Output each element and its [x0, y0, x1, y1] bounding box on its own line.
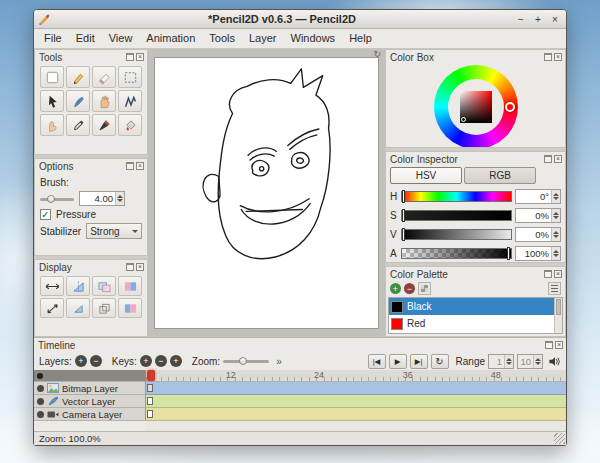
spinner-arrows[interactable]: [551, 209, 560, 222]
menu-animation[interactable]: Animation: [139, 29, 202, 48]
visibility-icon[interactable]: [37, 411, 44, 418]
close-panel-icon[interactable]: ×: [136, 53, 144, 61]
undock-icon[interactable]: [126, 263, 134, 271]
spinner-arrows[interactable]: [551, 247, 560, 260]
keyframe-cell[interactable]: [147, 410, 153, 418]
close-panel-icon[interactable]: ×: [554, 270, 562, 278]
palette-item-red[interactable]: Red: [389, 315, 562, 332]
close-panel-icon[interactable]: ×: [554, 53, 562, 61]
minimize-button[interactable]: −: [514, 13, 528, 26]
add-layer-button[interactable]: +: [75, 355, 87, 367]
menu-edit[interactable]: Edit: [69, 29, 102, 48]
titlebar[interactable]: *Pencil2D v0.6.3 — Pencil2D − + ×: [34, 10, 566, 29]
menu-file[interactable]: File: [37, 29, 69, 48]
duplicate-keyframe-button[interactable]: +: [170, 355, 182, 367]
polyline-tool-button[interactable]: [118, 90, 142, 112]
menu-windows[interactable]: Windows: [284, 29, 343, 48]
resize-grip[interactable]: [554, 433, 565, 444]
layer-row-vector[interactable]: Vector Layer: [34, 395, 146, 408]
brush-size-spinbox[interactable]: 4.00: [79, 191, 125, 206]
bitmap-track[interactable]: [146, 382, 566, 395]
move-tool-button[interactable]: [40, 90, 64, 112]
remove-keyframe-button[interactable]: −: [155, 355, 167, 367]
layer-row-bitmap[interactable]: Bitmap Layer: [34, 382, 146, 395]
close-button[interactable]: ×: [548, 13, 562, 26]
hue-marker[interactable]: [505, 102, 515, 112]
flip-button[interactable]: [66, 298, 90, 318]
pencil-tool-button[interactable]: [66, 66, 90, 88]
overflow-chevron-icon[interactable]: »: [276, 356, 282, 367]
pressure-checkbox[interactable]: ✓: [40, 209, 51, 220]
timeline-ruler[interactable]: 12 24 36 48: [146, 370, 566, 382]
canvas-area[interactable]: ↻: [148, 49, 385, 337]
rgb-tab[interactable]: RGB: [464, 167, 536, 184]
onion-color-button[interactable]: [118, 276, 142, 296]
palette-scrollbar[interactable]: [554, 298, 562, 333]
keyframe-cell[interactable]: [147, 384, 153, 392]
close-panel-icon[interactable]: ×: [136, 263, 144, 271]
add-keyframe-button[interactable]: +: [140, 355, 152, 367]
onion-color2-button[interactable]: [118, 298, 142, 318]
brush-tool-button[interactable]: [92, 114, 116, 136]
spinner-arrows[interactable]: [504, 355, 513, 368]
undock-icon[interactable]: [545, 341, 553, 349]
spinner-arrows[interactable]: [533, 355, 542, 368]
undock-icon[interactable]: [544, 53, 552, 61]
alpha-slider[interactable]: [401, 248, 512, 259]
saturation-value-square[interactable]: [460, 91, 492, 123]
brush-size-slider[interactable]: [40, 193, 74, 205]
spinner-arrows[interactable]: [551, 190, 560, 203]
menu-layer[interactable]: Layer: [242, 29, 284, 48]
close-panel-icon[interactable]: ×: [554, 155, 562, 163]
angle-button[interactable]: [40, 298, 64, 318]
undock-icon[interactable]: [544, 155, 552, 163]
keyframe-cell[interactable]: [147, 397, 153, 405]
hue-spinbox[interactable]: 0°: [515, 189, 561, 204]
clear-tool-button[interactable]: [40, 66, 64, 88]
close-panel-icon[interactable]: ×: [136, 162, 144, 170]
range-end-spinbox[interactable]: 10: [517, 354, 543, 369]
next-frame-button[interactable]: ▶|: [410, 354, 428, 369]
camera-track[interactable]: [146, 408, 566, 421]
cube-button[interactable]: [92, 298, 116, 318]
palette-item-black[interactable]: Black: [389, 298, 562, 315]
color-wheel[interactable]: [434, 65, 518, 148]
prev-frame-button[interactable]: |◀: [368, 354, 386, 369]
menu-tools[interactable]: Tools: [202, 29, 242, 48]
add-color-button[interactable]: +: [390, 283, 401, 294]
hue-slider[interactable]: [401, 191, 512, 202]
spinner-arrows[interactable]: [551, 228, 560, 241]
eraser-tool-button[interactable]: [92, 66, 116, 88]
play-button[interactable]: ▶: [389, 354, 407, 369]
playhead[interactable]: [147, 370, 155, 381]
swatch-grid-mode-button[interactable]: [418, 282, 431, 295]
eyedropper-tool-button[interactable]: [66, 114, 90, 136]
undock-icon[interactable]: [544, 270, 552, 278]
value-spinbox[interactable]: 0%: [515, 227, 561, 242]
saturation-spinbox[interactable]: 0%: [515, 208, 561, 223]
mirror-vertical-button[interactable]: [66, 276, 90, 296]
undock-icon[interactable]: [126, 162, 134, 170]
vector-track[interactable]: [146, 395, 566, 408]
smudge-tool-button[interactable]: [40, 114, 64, 136]
sound-icon[interactable]: [548, 355, 561, 368]
select-tool-button[interactable]: [118, 66, 142, 88]
palette-options-button[interactable]: [548, 282, 561, 295]
mirror-horizontal-button[interactable]: [40, 276, 64, 296]
maximize-button[interactable]: +: [531, 13, 545, 26]
value-slider[interactable]: [401, 229, 512, 240]
canvas-page[interactable]: [154, 57, 379, 329]
hsv-tab[interactable]: HSV: [390, 167, 462, 184]
undock-icon[interactable]: [126, 53, 134, 61]
close-panel-icon[interactable]: ×: [555, 341, 563, 349]
stabilizer-dropdown[interactable]: Strong: [86, 223, 142, 239]
saturation-slider[interactable]: [401, 210, 512, 221]
layer-row-camera[interactable]: Camera Layer: [34, 408, 146, 421]
canvas-corner-icon[interactable]: ↻: [373, 49, 381, 59]
remove-color-button[interactable]: −: [404, 283, 415, 294]
range-start-spinbox[interactable]: 1: [488, 354, 514, 369]
overlay-button[interactable]: [92, 276, 116, 296]
visibility-icon[interactable]: [37, 398, 44, 405]
timeline-zoom-slider[interactable]: [223, 355, 269, 367]
visibility-icon[interactable]: [37, 385, 44, 392]
